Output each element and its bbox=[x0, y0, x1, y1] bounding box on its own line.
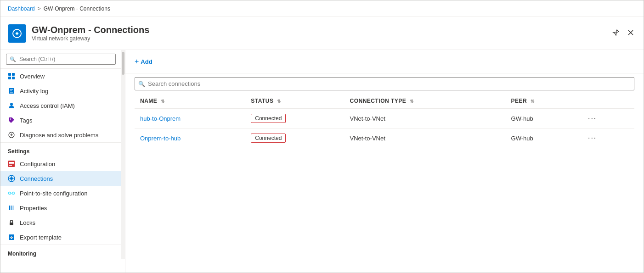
svg-rect-20 bbox=[12, 206, 14, 210]
connections-table-body: hub-to-Onprem Connected VNet-to-VNet GW-… bbox=[135, 108, 634, 148]
sidebar-scrollbar[interactable] bbox=[121, 50, 125, 259]
svg-point-17 bbox=[12, 192, 15, 195]
properties-icon bbox=[8, 204, 15, 212]
sidebar: 🔍 Overview bbox=[0, 50, 125, 273]
sidebar-item-connections-label: Connections bbox=[20, 175, 53, 182]
header-left: GW-Onprem - Connections Virtual network … bbox=[8, 24, 149, 43]
svg-rect-2 bbox=[8, 73, 11, 76]
row1-peer: GW-hub bbox=[506, 108, 580, 128]
sidebar-item-p2s-label: Point-to-site configuration bbox=[20, 190, 87, 197]
col-header-actions bbox=[580, 94, 634, 108]
diagnose-icon bbox=[8, 131, 15, 139]
svg-rect-12 bbox=[9, 163, 14, 164]
iam-icon bbox=[8, 102, 15, 109]
svg-point-8 bbox=[10, 118, 11, 119]
svg-rect-18 bbox=[9, 206, 10, 210]
pin-button[interactable] bbox=[610, 27, 621, 40]
p2s-icon bbox=[8, 189, 15, 197]
type-sort-icon[interactable]: ⇅ bbox=[410, 99, 414, 104]
svg-rect-3 bbox=[12, 73, 15, 76]
row2-name: Onprem-to-hub bbox=[135, 128, 245, 148]
settings-section-title: Settings bbox=[0, 142, 121, 156]
connections-table-container: NAME ⇅ STATUS ⇅ CONNECTION TYPE ⇅ bbox=[125, 94, 644, 273]
sidebar-item-overview-label: Overview bbox=[20, 73, 45, 80]
tags-icon bbox=[8, 117, 15, 124]
resource-type: Virtual network gateway bbox=[32, 35, 149, 42]
scroll-thumb bbox=[122, 52, 124, 75]
export-icon bbox=[8, 234, 15, 241]
resource-icon bbox=[8, 24, 26, 43]
table-row: Onprem-to-hub Connected VNet-to-VNet GW-… bbox=[135, 128, 634, 148]
sidebar-search-input[interactable] bbox=[6, 54, 116, 65]
sidebar-item-configuration-label: Configuration bbox=[20, 161, 55, 167]
svg-rect-19 bbox=[11, 206, 12, 210]
sidebar-item-locks-label: Locks bbox=[20, 219, 35, 226]
sidebar-item-connections[interactable]: Connections bbox=[0, 171, 121, 186]
table-header-row: NAME ⇅ STATUS ⇅ CONNECTION TYPE ⇅ bbox=[135, 94, 634, 108]
sidebar-item-tags-label: Tags bbox=[20, 117, 32, 124]
content-toolbar: + Add bbox=[125, 50, 644, 73]
svg-point-16 bbox=[9, 192, 11, 195]
row2-connection-type: VNet-to-VNet bbox=[344, 128, 505, 148]
sidebar-item-export-template[interactable]: Export template bbox=[0, 230, 121, 245]
sidebar-item-configuration[interactable]: Configuration bbox=[0, 156, 121, 171]
header-actions bbox=[610, 27, 636, 40]
row2-peer: GW-hub bbox=[506, 128, 580, 148]
breadcrumb-home[interactable]: Dashboard bbox=[8, 6, 35, 12]
svg-rect-4 bbox=[8, 77, 11, 79]
sidebar-item-tags[interactable]: Tags bbox=[0, 113, 121, 128]
resource-name: GW-Onprem - Connections bbox=[32, 25, 149, 35]
search-icon: 🔍 bbox=[10, 56, 16, 62]
search-bar-icon: 🔍 bbox=[138, 81, 145, 87]
name-sort-icon[interactable]: ⇅ bbox=[161, 99, 165, 104]
sidebar-item-activity-log-label: Activity log bbox=[20, 88, 48, 95]
page-header: GW-Onprem - Connections Virtual network … bbox=[0, 17, 644, 50]
sidebar-item-locks[interactable]: Locks bbox=[0, 215, 121, 230]
row1-status: Connected bbox=[245, 108, 344, 128]
row2-status: Connected bbox=[245, 128, 344, 148]
sidebar-item-access-control[interactable]: Access control (IAM) bbox=[0, 98, 121, 113]
status-badge: Connected bbox=[251, 134, 286, 143]
header-title: GW-Onprem - Connections Virtual network … bbox=[32, 25, 149, 42]
search-bar-area: 🔍 bbox=[125, 73, 644, 94]
breadcrumb: Dashboard > GW-Onprem - Connections bbox=[8, 6, 110, 12]
connections-search-input[interactable] bbox=[135, 77, 634, 90]
sidebar-item-properties-label: Properties bbox=[20, 205, 47, 212]
svg-rect-21 bbox=[10, 223, 13, 225]
sidebar-item-point-to-site[interactable]: Point-to-site configuration bbox=[0, 186, 121, 201]
monitoring-section-title: Monitoring bbox=[0, 245, 121, 259]
sidebar-item-overview[interactable]: Overview bbox=[0, 69, 121, 84]
activity-log-icon bbox=[8, 87, 15, 95]
sidebar-item-iam-label: Access control (IAM) bbox=[20, 102, 75, 109]
sidebar-search-area: 🔍 bbox=[0, 50, 121, 69]
add-button[interactable]: + Add bbox=[135, 56, 153, 67]
svg-rect-13 bbox=[9, 165, 12, 166]
row1-more-button[interactable]: ··· bbox=[585, 113, 599, 123]
breadcrumb-current: GW-Onprem - Connections bbox=[44, 6, 110, 12]
row2-more: ··· bbox=[580, 128, 634, 148]
search-bar-wrapper: 🔍 bbox=[135, 77, 634, 90]
main-layout: 🔍 Overview bbox=[0, 50, 644, 273]
peer-sort-icon[interactable]: ⇅ bbox=[531, 99, 535, 104]
sidebar-item-properties[interactable]: Properties bbox=[0, 201, 121, 215]
svg-point-7 bbox=[10, 103, 13, 106]
configuration-icon bbox=[8, 160, 15, 167]
main-content: + Add 🔍 NAME ⇅ bbox=[125, 50, 644, 273]
row2-more-button[interactable]: ··· bbox=[585, 133, 599, 143]
row1-name: hub-to-Onprem bbox=[135, 108, 245, 128]
row1-more: ··· bbox=[580, 108, 634, 128]
sidebar-nav: Overview Activity log bbox=[0, 69, 121, 259]
svg-rect-5 bbox=[12, 77, 15, 79]
search-wrapper: 🔍 bbox=[6, 54, 116, 65]
close-button[interactable] bbox=[625, 27, 636, 40]
sidebar-item-activity-log[interactable]: Activity log bbox=[0, 84, 121, 98]
connections-icon bbox=[8, 175, 15, 182]
top-bar: Dashboard > GW-Onprem - Connections bbox=[0, 0, 644, 17]
overview-icon bbox=[8, 72, 15, 80]
svg-point-1 bbox=[16, 32, 18, 34]
status-badge: Connected bbox=[251, 114, 286, 123]
col-header-peer: PEER ⇅ bbox=[506, 94, 580, 108]
sidebar-item-diagnose[interactable]: Diagnose and solve problems bbox=[0, 128, 121, 142]
add-label: Add bbox=[141, 58, 152, 65]
status-sort-icon[interactable]: ⇅ bbox=[277, 99, 281, 104]
